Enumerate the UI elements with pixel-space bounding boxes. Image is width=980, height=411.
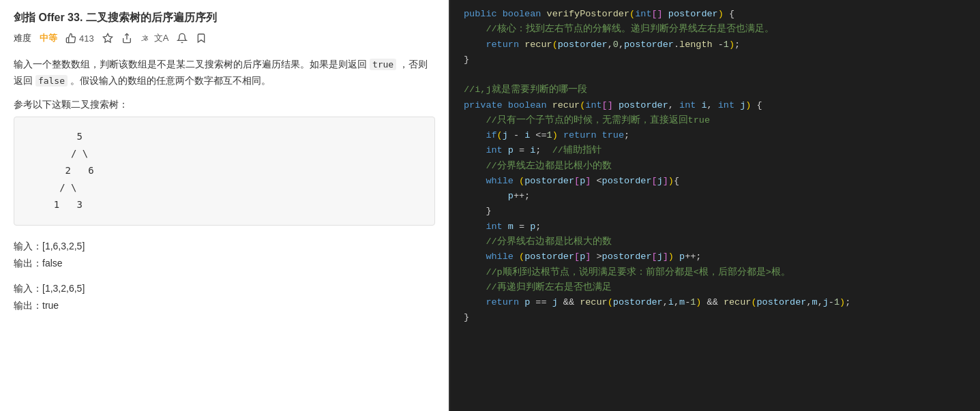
share-icon bbox=[121, 33, 132, 44]
star-icon bbox=[102, 33, 113, 44]
code-line: return recur(postorder,0,postorder.lengt… bbox=[450, 37, 980, 52]
problem-title: 剑指 Offer 33. 二叉搜索树的后序遍历序列 bbox=[14, 11, 435, 25]
tree-diagram: 5 / \ 2 6 / \ 1 3 bbox=[14, 117, 435, 226]
code-line: if(j - i <=1) return true; bbox=[450, 128, 980, 143]
example2-input: 输入：[1,3,2,6,5] bbox=[14, 280, 435, 297]
like-count: 413 bbox=[79, 33, 94, 44]
code-line: } bbox=[450, 204, 980, 219]
translate-label: 文A bbox=[154, 32, 169, 44]
code-line: //分界线左边都是比根小的数 bbox=[450, 159, 980, 174]
code-line: int p = i; //辅助指针 bbox=[450, 143, 980, 158]
translate-icon: 文A bbox=[140, 33, 151, 44]
share-button[interactable] bbox=[121, 33, 132, 44]
like-button[interactable]: 413 bbox=[65, 33, 94, 44]
svg-marker-0 bbox=[103, 33, 112, 42]
desc-line1: 输入一个整数数组，判断该数组是不是某二叉搜索树的后序遍历结果。如果是则返回 tr… bbox=[14, 59, 428, 86]
difficulty-value: 中等 bbox=[40, 32, 57, 44]
bookmark-icon bbox=[196, 33, 207, 44]
code-line: //p顺利到达根节点，说明满足要求：前部分都是<根，后部分都是>根。 bbox=[450, 265, 980, 280]
difficulty-row: 难度 中等 413 文A 文A bbox=[14, 32, 435, 44]
translate-button[interactable]: 文A 文A bbox=[140, 32, 169, 44]
code-line: public boolean verifyPostorder(int[] pos… bbox=[450, 7, 980, 22]
code-line: //i,j就是需要判断的哪一段 bbox=[450, 82, 980, 97]
code-line: //核心：找到左右节点的分解线。递归判断分界线左右是否也满足。 bbox=[450, 22, 980, 37]
tree-label: 参考以下这颗二叉搜索树： bbox=[14, 99, 435, 111]
code-line bbox=[450, 67, 980, 82]
thumbs-up-icon bbox=[65, 33, 76, 44]
code-panel: public boolean verifyPostorder(int[] pos… bbox=[450, 0, 980, 411]
code-line: //分界线右边都是比根大的数 bbox=[450, 234, 980, 249]
left-panel: 剑指 Offer 33. 二叉搜索树的后序遍历序列 难度 中等 413 文A 文… bbox=[0, 0, 450, 411]
example1-output: 输出：false bbox=[14, 255, 435, 272]
difficulty-label: 难度 bbox=[14, 32, 31, 44]
code-line: int m = p; bbox=[450, 219, 980, 234]
examples-section: 输入：[1,6,3,2,5] 输出：false 输入：[1,3,2,6,5] 输… bbox=[14, 238, 435, 315]
problem-description: 输入一个整数数组，判断该数组是不是某二叉搜索树的后序遍历结果。如果是则返回 tr… bbox=[14, 57, 435, 89]
example2-output: 输出：true bbox=[14, 297, 435, 314]
example1-input: 输入：[1,6,3,2,5] bbox=[14, 238, 435, 255]
code-line: private boolean recur(int[] postorder, i… bbox=[450, 98, 980, 113]
code-line: } bbox=[450, 52, 980, 67]
code-line: } bbox=[450, 310, 980, 325]
code-line: while (postorder[p] >postorder[j]) p++; bbox=[450, 249, 980, 264]
bell-icon bbox=[177, 33, 188, 44]
star-button[interactable] bbox=[102, 33, 113, 44]
code-line: while (postorder[p] <postorder[j]){ bbox=[450, 174, 980, 189]
code-line: //只有一个子节点的时候，无需判断，直接返回true bbox=[450, 113, 980, 128]
code-line: //再递归判断左右是否也满足 bbox=[450, 280, 980, 295]
code-line: return p == j && recur(postorder,i,m-1) … bbox=[450, 295, 980, 310]
bookmark-button[interactable] bbox=[196, 33, 207, 44]
bell-button[interactable] bbox=[177, 33, 188, 44]
svg-text:A: A bbox=[145, 36, 148, 41]
code-line: p++; bbox=[450, 189, 980, 204]
